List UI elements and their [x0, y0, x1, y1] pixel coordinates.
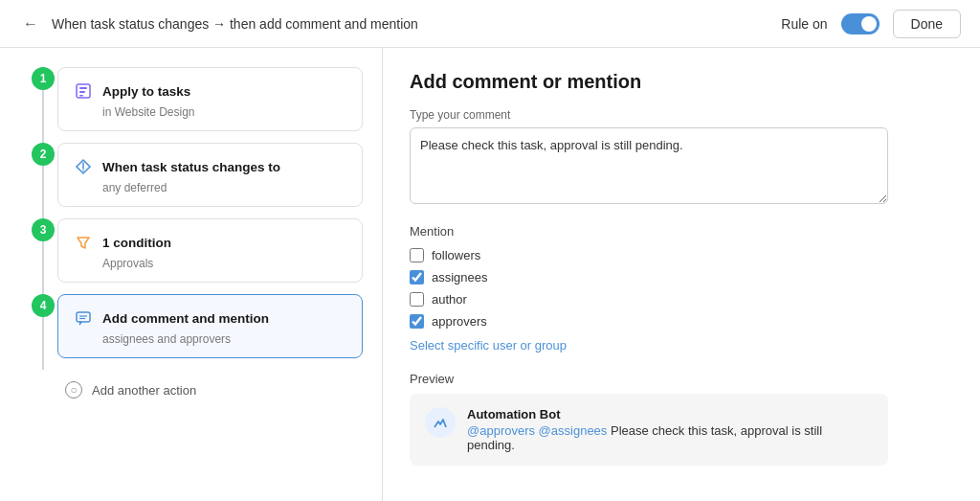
- step-1-right: Apply to tasks in Website Design: [57, 67, 363, 143]
- header-right: Rule on Done: [781, 10, 961, 38]
- status-icon: [72, 155, 95, 178]
- mention-label: Mention: [410, 224, 953, 239]
- comment-textarea[interactable]: Please check this task, approval is stil…: [410, 127, 888, 204]
- approvers-label: approvers: [432, 314, 487, 329]
- select-user-link[interactable]: Select specific user or group: [410, 338, 953, 353]
- step-1-card[interactable]: Apply to tasks in Website Design: [57, 67, 363, 131]
- step-2-card[interactable]: When task status changes to any deferred: [57, 143, 363, 207]
- header-title: When task status changes → then add comm…: [52, 16, 418, 32]
- approvers-checkbox[interactable]: [410, 314, 424, 329]
- followers-label: followers: [432, 248, 480, 262]
- step-4-header: Add comment and mention: [72, 307, 348, 330]
- assignees-label: assignees: [432, 270, 488, 285]
- step-4-left: 4: [29, 294, 57, 370]
- svg-rect-5: [77, 312, 90, 322]
- filter-icon: [72, 231, 95, 254]
- step-4-number: 4: [32, 294, 55, 317]
- svg-rect-3: [79, 95, 83, 97]
- add-action-circle-icon: ○: [65, 381, 82, 399]
- step-2-wrapper: 2 When task status changes to: [29, 143, 363, 218]
- step-3-card[interactable]: 1 condition Approvals: [57, 218, 363, 283]
- left-panel: 1 Apply to tasks: [0, 48, 383, 501]
- step-4-right: Add comment and mention assignees and ap…: [57, 294, 363, 370]
- step-1-left: 1: [29, 67, 57, 143]
- step-4-subtitle: assignees and approvers: [72, 332, 348, 346]
- step-1-number: 1: [32, 67, 55, 90]
- preview-mentions: @approvers @assignees: [467, 423, 607, 438]
- toggle-thumb: [861, 16, 877, 32]
- toggle-track: [841, 13, 880, 34]
- step-1-line: [42, 90, 44, 143]
- step-3-number: 3: [32, 218, 55, 241]
- step-4-title: Add comment and mention: [102, 311, 269, 326]
- step-4-line: [42, 317, 44, 370]
- add-action-label: Add another action: [92, 383, 196, 398]
- mention-section: Mention followers assignees author appro…: [410, 224, 953, 353]
- add-action-row[interactable]: ○ Add another action: [29, 381, 363, 399]
- svg-rect-1: [79, 87, 87, 89]
- bot-avatar: [425, 407, 456, 438]
- back-button[interactable]: ←: [19, 11, 42, 36]
- right-panel: Add comment or mention Type your comment…: [383, 48, 980, 501]
- step-2-right: When task status changes to any deferred: [57, 143, 363, 218]
- step-2-title: When task status changes to: [102, 160, 280, 174]
- step-2-left: 2: [29, 143, 57, 218]
- assignees-checkbox[interactable]: [410, 270, 424, 285]
- step-2-subtitle: any deferred: [72, 181, 348, 194]
- svg-point-4: [82, 170, 84, 171]
- author-checkbox[interactable]: [410, 292, 424, 307]
- checkbox-author: author: [410, 292, 953, 307]
- preview-section: Preview Automation Bot @approvers @assig…: [410, 372, 953, 466]
- done-button[interactable]: Done: [893, 10, 961, 38]
- step-3-header: 1 condition: [72, 231, 348, 254]
- header-left: ← When task status changes → then add co…: [19, 11, 418, 36]
- step-3-title: 1 condition: [102, 236, 171, 250]
- svg-rect-2: [79, 91, 85, 93]
- step-1-wrapper: 1 Apply to tasks: [29, 67, 363, 143]
- step-1-subtitle: in Website Design: [72, 105, 348, 119]
- followers-checkbox[interactable]: [410, 248, 424, 262]
- tasks-icon: [72, 80, 95, 102]
- step-2-line: [42, 166, 44, 218]
- rule-toggle[interactable]: [841, 13, 880, 34]
- author-label: author: [432, 292, 467, 307]
- comment-icon: [72, 307, 95, 330]
- step-4-wrapper: 4 Add comment and men: [29, 294, 363, 370]
- preview-box: Automation Bot @approvers @assignees Ple…: [410, 394, 888, 466]
- panel-title: Add comment or mention: [410, 71, 953, 93]
- step-1-title: Apply to tasks: [102, 84, 190, 99]
- rule-on-label: Rule on: [781, 16, 827, 32]
- bot-name: Automation Bot: [467, 407, 873, 421]
- checkbox-followers: followers: [410, 248, 953, 262]
- preview-message-text: @approvers @assignees Please check this …: [467, 423, 873, 452]
- step-3-left: 3: [29, 218, 57, 294]
- step-3-line: [42, 241, 44, 294]
- header: ← When task status changes → then add co…: [0, 0, 980, 48]
- main-layout: 1 Apply to tasks: [0, 48, 980, 501]
- step-2-number: 2: [32, 143, 55, 166]
- step-1-header: Apply to tasks: [72, 80, 348, 102]
- checkbox-assignees: assignees: [410, 270, 953, 285]
- preview-label: Preview: [410, 372, 953, 386]
- step-3-wrapper: 3 1 condition Approvals: [29, 218, 363, 294]
- step-3-right: 1 condition Approvals: [57, 218, 363, 294]
- step-3-subtitle: Approvals: [72, 257, 348, 270]
- step-4-card[interactable]: Add comment and mention assignees and ap…: [57, 294, 363, 358]
- preview-content: Automation Bot @approvers @assignees Ple…: [467, 407, 873, 452]
- step-2-header: When task status changes to: [72, 155, 348, 178]
- comment-field-label: Type your comment: [410, 108, 953, 122]
- checkbox-approvers: approvers: [410, 314, 953, 329]
